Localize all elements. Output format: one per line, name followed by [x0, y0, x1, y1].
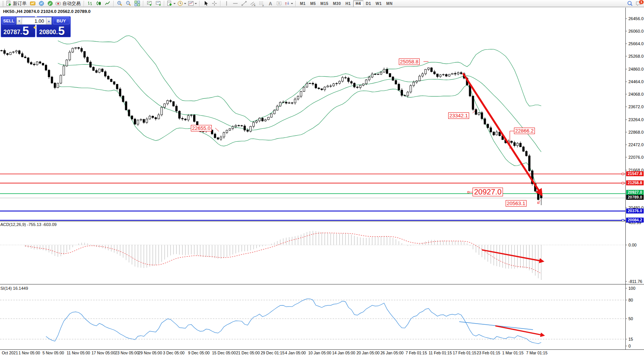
toolbar: 新订单 自动交易 E F A T: [0, 0, 644, 7]
fibonacci-icon: F: [259, 0, 265, 6]
sell-price: 20787.5: [3, 26, 29, 36]
timeframe-bar: M1M5M15M30H1H4D1W1MN: [298, 0, 395, 7]
horizontal-line-icon: [232, 0, 238, 6]
buy-button[interactable]: BUY: [53, 17, 70, 24]
arrange-charts-button[interactable]: [154, 0, 162, 7]
one-click-trading-panel: 20787.5 20800.5 SELL ▼ ▲ BUY: [1, 16, 71, 37]
zoom-in-button[interactable]: [116, 0, 124, 7]
equidistant-channel-button[interactable]: E: [249, 0, 257, 7]
new-order-label: 新订单: [13, 0, 27, 7]
candlestick-chart-icon: [96, 0, 102, 6]
text-label-icon: T: [276, 0, 282, 6]
volume-down-button[interactable]: ▼: [17, 17, 22, 24]
timeframe-m5[interactable]: M5: [308, 1, 318, 6]
toolbar-separator: [143, 1, 144, 6]
time-axis[interactable]: [0, 350, 625, 357]
zoom-out-button[interactable]: [124, 0, 133, 7]
search-button[interactable]: [626, 0, 634, 7]
vertical-line-button[interactable]: [222, 0, 231, 7]
cursor-button[interactable]: [201, 0, 210, 7]
volume-control: ▼ ▲: [16, 17, 52, 25]
timeframe-h4[interactable]: H4: [353, 0, 364, 7]
bar-chart-icon: [87, 0, 93, 6]
buy-price: 20800.5: [39, 26, 65, 36]
text-label-button[interactable]: T: [275, 0, 283, 7]
signals-button[interactable]: [46, 0, 54, 7]
timeframe-d1[interactable]: D1: [363, 1, 373, 6]
timeframe-m15[interactable]: M15: [318, 1, 331, 6]
toolbar-separator: [295, 1, 296, 6]
sell-price-main: 20787: [3, 28, 21, 36]
svg-text:A: A: [269, 1, 272, 6]
arrows-icon: [284, 0, 290, 6]
sell-button[interactable]: SELL: [2, 17, 16, 24]
line-chart-icon: [105, 0, 111, 6]
price-annotation[interactable]: 25058.8: [399, 58, 420, 65]
timeframe-h1[interactable]: H1: [343, 1, 353, 6]
autotrading-button[interactable]: 自动交易: [55, 0, 82, 7]
autotrading-label: 自动交易: [62, 0, 81, 7]
templates-button[interactable]: [187, 0, 198, 7]
arrows-button[interactable]: [284, 0, 294, 7]
market-watch-button[interactable]: [37, 0, 46, 7]
price-annotation[interactable]: 20563.1: [506, 200, 527, 207]
arrange-charts-icon: [155, 0, 161, 6]
timeframe-w1[interactable]: W1: [373, 1, 384, 6]
bar-chart-button[interactable]: [86, 0, 94, 7]
timeframe-m30[interactable]: M30: [331, 1, 343, 6]
indicator-window-button[interactable]: [145, 0, 154, 7]
svg-text:E: E: [254, 4, 255, 6]
chart-title: HK50-,H4 20874.0 21024.0 20562.0 20789.0: [3, 9, 90, 14]
volume-input[interactable]: [22, 17, 46, 24]
templates-icon: [188, 0, 194, 6]
signals-icon: [47, 0, 53, 6]
buy-price-main: 20800: [39, 28, 56, 36]
notification-badge: 1: [639, 0, 644, 4]
price-axis[interactable]: [626, 8, 644, 349]
crosshair-icon: [211, 0, 217, 6]
svg-text:F: F: [263, 5, 264, 7]
price-annotation[interactable]: 22655.0: [191, 125, 212, 131]
timeframe-mn[interactable]: MN: [384, 1, 395, 6]
trendline-icon: [241, 0, 247, 6]
macd-indicator-label: ACD(12,26,9) -755.13 -603.09: [0, 222, 57, 227]
dropdown-caret: [195, 3, 197, 5]
fibonacci-button[interactable]: F: [257, 0, 266, 7]
vertical-line-icon: [224, 0, 230, 6]
dropdown-caret: [184, 3, 186, 5]
profiles-icon: [30, 0, 36, 6]
price-annotation[interactable]: 22866.2: [514, 128, 535, 134]
tile-windows-icon: [134, 0, 140, 6]
sell-price-pip: 5: [22, 26, 29, 36]
search-icon: [627, 0, 633, 6]
text-icon: A: [267, 0, 273, 6]
chart-area: 26456.026060.025664.025268.024860.024464…: [0, 8, 644, 357]
candlestick-chart-button[interactable]: [95, 0, 103, 7]
trendline-button[interactable]: [240, 0, 248, 7]
toolbar-separator: [113, 1, 114, 6]
volume-up-button[interactable]: ▲: [46, 17, 51, 24]
autotrading-icon: [55, 0, 61, 6]
price-annotation[interactable]: 23342.1: [448, 112, 469, 119]
buy-price-pip: 5: [58, 26, 65, 36]
horizontal-line-button[interactable]: [231, 0, 240, 7]
crosshair-button[interactable]: [210, 0, 219, 7]
new-chart-button[interactable]: [166, 0, 176, 7]
chart-profiles-button[interactable]: [29, 0, 37, 7]
dropdown-caret: [291, 3, 293, 5]
zoom-in-icon: [117, 0, 123, 6]
line-chart-button[interactable]: [103, 0, 112, 7]
toolbar-separator: [199, 1, 200, 6]
price-annotation[interactable]: 20927.0: [473, 188, 503, 196]
new-order-button[interactable]: 新订单: [5, 0, 28, 7]
notifications-button[interactable]: 1: [634, 0, 643, 7]
channel-icon: E: [250, 0, 256, 6]
new-order-icon: [6, 0, 12, 6]
period-button[interactable]: [177, 0, 187, 7]
timeframe-m1[interactable]: M1: [298, 1, 308, 6]
toolbar-grip[interactable]: [2, 1, 4, 6]
market-watch-icon: [38, 0, 44, 6]
mt4-window: 新订单 自动交易 E F A T: [0, 0, 644, 357]
text-button[interactable]: A: [266, 0, 274, 7]
tile-windows-button[interactable]: [133, 0, 141, 7]
